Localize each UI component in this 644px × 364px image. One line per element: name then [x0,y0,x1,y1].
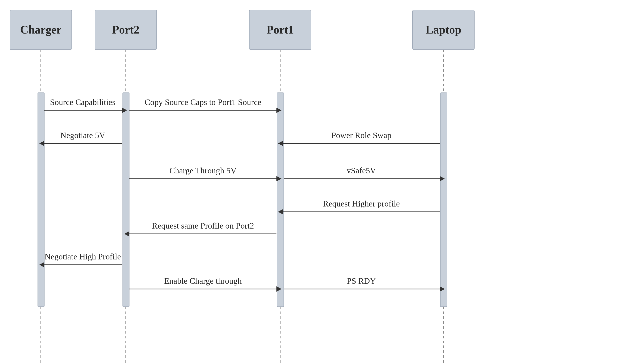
svg-text:Port2: Port2 [112,24,140,36]
svg-text:Power Role Swap: Power Role Swap [332,130,392,140]
svg-text:Enable Charge through: Enable Charge through [164,276,242,286]
svg-rect-0 [0,0,644,364]
svg-rect-17 [38,93,44,307]
svg-text:vSafe5V: vSafe5V [347,166,376,175]
svg-rect-19 [277,93,284,307]
svg-text:Copy Source Caps to Port1 Sour: Copy Source Caps to Port1 Source [145,98,262,107]
svg-text:Source Capabilities: Source Capabilities [50,98,116,107]
svg-text:Charger: Charger [20,24,62,36]
svg-text:Request same Profile on Port2: Request same Profile on Port2 [152,221,254,230]
svg-text:PS RDY: PS RDY [347,276,376,286]
svg-text:Negotiate 5V: Negotiate 5V [60,130,105,140]
sequence-diagram: Charger Port2 Port1 Laptop [0,0,644,364]
svg-text:Negotiate High Profile: Negotiate High Profile [44,252,121,261]
svg-text:Request Higher profile: Request Higher profile [323,199,400,208]
svg-text:Port1: Port1 [266,24,294,36]
svg-text:Laptop: Laptop [426,24,461,36]
svg-text:Charge Through 5V: Charge Through 5V [170,166,237,175]
svg-rect-20 [440,93,447,307]
svg-rect-18 [123,93,129,307]
